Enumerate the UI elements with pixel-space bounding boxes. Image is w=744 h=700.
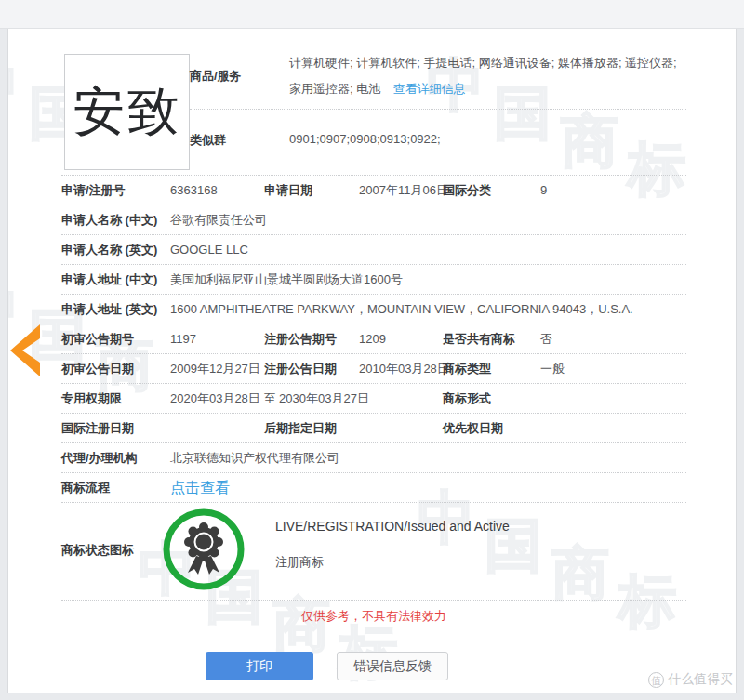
field-label: 申请日期 [264,176,312,205]
field-label: 优先权日期 [443,414,503,443]
field-label: 初审公告期号 [61,324,134,354]
status-subtext: 注册商标 [275,554,324,571]
similar-group-value: 0901;0907;0908;0913;0922; [289,132,441,146]
disclaimer-text: 仅供参考，不具有法律效力 [61,601,686,628]
field-value: 一般 [540,354,565,384]
goods-services-text: 计算机硬件; 计算机软件; 手提电话; 网络通讯设备; 媒体播放器; 遥控仪器;… [289,56,677,96]
field-label: 国际分类 [443,176,491,205]
field-label: 注册公告日期 [264,354,337,384]
trademark-image-text: 安致 [73,77,181,148]
separator [190,109,686,110]
collapse-left-arrow-icon[interactable] [9,324,41,377]
field-value: GOOGLE LLC [170,235,248,265]
process-view-link[interactable]: 点击查看 [170,473,230,503]
print-button[interactable]: 打印 [206,652,313,680]
field-label: 代理/办理机构 [61,443,138,473]
field-value: 1209 [359,324,386,354]
site-watermark-text: 什么值得买 [668,671,733,688]
table-row: 申请人地址 (英文) 1600 AMPHITHEATRE PARKWAY，MOU… [61,295,686,324]
table-row: 商标流程 点击查看 [61,473,686,503]
table-row: 初审公告期号 1197 注册公告期号 1209 是否共有商标 否 [61,324,686,354]
trademark-detail-panel: 中 国 商 标 中 国 中 国 商 中 国 商 标 中 国 商 标 安致 商品/… [7,29,737,693]
view-detail-link[interactable]: 查看详细信息 [393,82,466,96]
field-value: 2007年11月06日 [359,176,448,205]
tab-bar [0,0,744,29]
table-row: 申请人地址 (中文) 美国加利福尼亚山景城半圆剧场大道1600号 [61,265,686,295]
field-label: 商标形式 [443,384,491,414]
similar-group-label: 类似群 [190,132,226,149]
field-label: 是否共有商标 [443,324,515,354]
trademark-image: 安致 [64,54,190,170]
table-row: 初审公告日期 2009年12月27日 注册公告日期 2010年03月28日 商标… [61,354,686,384]
status-text: LIVE/REGISTRATION/Issued and Active [275,519,510,534]
field-label: 初审公告日期 [61,354,134,384]
table-row: 专用权期限 2020年03月28日 至 2030年03月27日 商标形式 [61,384,686,414]
field-value: 2009年12月27日 [170,354,260,384]
field-label: 申请人名称 (英文) [61,235,157,265]
field-value: 9 [540,176,547,205]
field-value: 2020年03月28日 至 2030年03月27日 [170,384,369,414]
field-value: 1600 AMPHITHEATRE PARKWAY，MOUNTAIN VIEW，… [170,295,633,324]
status-icon-label: 商标状态图标 [61,543,134,558]
field-value: 北京联德知识产权代理有限公司 [170,443,339,473]
error-feedback-button[interactable]: 错误信息反馈 [337,652,448,680]
field-label: 商标流程 [61,473,110,503]
goods-services-value: 计算机硬件; 计算机软件; 手提电话; 网络通讯设备; 媒体播放器; 遥控仪器;… [289,50,689,102]
field-label: 商标类型 [443,354,491,384]
field-label: 注册公告期号 [264,324,337,354]
table-row: 申请/注册号 6363168 申请日期 2007年11月06日 国际分类 9 [61,176,686,205]
goods-services-label: 商品/服务 [190,68,242,85]
field-value: 否 [540,324,552,354]
field-value: 谷歌有限责任公司 [170,205,267,235]
table-row: 申请人名称 (英文) GOOGLE LLC [61,235,686,265]
field-value: 6363168 [170,176,218,205]
registered-badge-icon [162,508,246,591]
detail-table: 申请/注册号 6363168 申请日期 2007年11月06日 国际分类 9 申… [61,175,686,628]
table-row: 代理/办理机构 北京联德知识产权代理有限公司 [61,443,686,473]
field-label: 专用权期限 [61,384,122,414]
page: 商标详情 商标流程 中 国 商 标 中 国 中 国 商 [0,0,744,700]
status-row: 商标状态图标 [61,503,686,601]
site-watermark: 值 什么值得买 [648,671,733,688]
field-label: 申请/注册号 [61,176,126,205]
field-value: 2010年03月28日 [359,354,449,384]
field-label: 后期指定日期 [264,414,337,443]
smzdm-logo-icon: 值 [648,672,664,688]
field-value: 美国加利福尼亚山景城半圆剧场大道1600号 [170,265,403,295]
field-value: 1197 [170,324,196,354]
field-label: 申请人地址 (英文) [61,295,157,324]
field-label: 申请人名称 (中文) [61,205,157,235]
table-row: 国际注册日期 后期指定日期 优先权日期 [61,414,686,443]
field-label: 国际注册日期 [61,414,134,443]
field-label: 申请人地址 (中文) [61,265,157,295]
table-row: 申请人名称 (中文) 谷歌有限责任公司 [61,205,686,235]
